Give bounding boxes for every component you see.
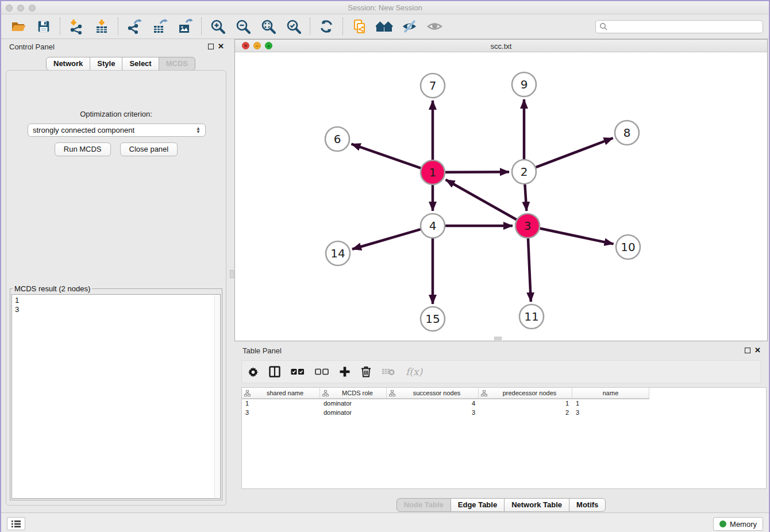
zoom-fit-icon[interactable] [260,18,277,35]
tab-select[interactable]: Select [122,57,159,71]
hierarchy-icon [481,390,487,396]
column-header-MCDS-role[interactable]: MCDS role [320,388,387,398]
memory-button[interactable]: Memory [713,517,763,531]
tab-network-table[interactable]: Network Table [504,498,569,512]
node-3[interactable]: 3 [515,214,540,238]
node-4[interactable]: 4 [421,214,445,238]
node-1[interactable]: 1 [421,160,445,184]
export-table-icon[interactable] [151,18,168,35]
column-header-name[interactable]: name [572,388,649,398]
show-all-networks-icon[interactable] [376,18,393,35]
edge-3-10[interactable] [540,229,614,244]
table-options-icon[interactable] [248,365,259,379]
export-network-icon[interactable] [126,18,143,35]
table-panel-title: Table Panel [242,346,282,355]
tab-network[interactable]: Network [46,57,90,71]
node-14[interactable]: 14 [326,241,350,265]
mcds-result-title: MCDS result (2 nodes) [13,284,92,293]
edge-3-11[interactable] [528,238,531,302]
run-mcds-button[interactable]: Run MCDS [55,142,111,156]
zoom-in-icon[interactable] [209,18,226,35]
table-cell[interactable]: 4 [387,399,479,408]
table-row[interactable]: 3dominator323 [242,408,766,418]
memory-label: Memory [730,520,757,529]
float-panel-icon[interactable] [208,44,214,49]
network-hscrollbar-thumb[interactable] [494,337,502,340]
result-scrollbar[interactable] [214,295,220,498]
table-cell[interactable]: 2 [479,408,572,418]
open-session-icon[interactable] [10,18,27,35]
table-cell[interactable]: 1 [572,399,649,408]
tab-node-table[interactable]: Node Table [396,498,451,512]
node-6[interactable]: 6 [325,127,349,151]
dropdown-stepper-icon: ▲▼ [196,127,201,134]
window-title: Session: New Session [1,3,769,12]
deselect-all-icon[interactable] [315,365,329,379]
edge-2-3[interactable] [525,184,526,211]
hide-graphics-details-icon[interactable] [401,18,418,35]
save-session-icon[interactable] [35,18,52,35]
select-all-icon[interactable] [291,365,305,379]
hierarchy-icon [389,390,395,396]
edge-3-1[interactable] [446,180,517,219]
toolbar-separator [60,18,60,35]
table-cell[interactable]: 3 [572,408,649,418]
table-cell[interactable]: 3 [242,408,320,418]
table-cell[interactable]: dominator [320,408,387,418]
table-cell[interactable]: 1 [479,399,572,408]
delete-row-icon[interactable] [361,365,371,379]
column-header-successor-nodes[interactable]: successor nodes [387,388,479,398]
node-11[interactable]: 11 [519,304,544,329]
table-cell[interactable]: dominator [320,399,387,408]
export-image-icon[interactable] [176,18,194,35]
node-table[interactable]: shared nameMCDS rolesuccessor nodesprede… [241,387,767,489]
table-row[interactable]: 1dominator411 [242,399,766,408]
column-header-shared-name[interactable]: shared name [242,388,320,398]
node-15[interactable]: 15 [421,307,445,331]
add-row-icon[interactable] [339,365,351,379]
edge-2-8[interactable] [536,138,613,167]
import-table-icon[interactable] [93,18,110,35]
optimization-criterion-dropdown[interactable]: strongly connected component ▲▼ [28,124,206,137]
search-input[interactable] [607,21,763,32]
window-titlebar: Session: New Session [1,1,769,14]
node-table-header: shared nameMCDS rolesuccessor nodesprede… [242,388,649,399]
zoom-selected-icon[interactable] [285,18,302,35]
node-8[interactable]: 8 [615,121,639,145]
refresh-layout-icon[interactable] [318,18,335,35]
column-header-predecessor-nodes[interactable]: predecessor nodes [479,388,572,398]
hierarchy-icon [322,390,329,396]
control-panel-header: Control Panel ✕ [1,39,231,55]
tab-motifs[interactable]: Motifs [569,498,606,512]
tab-style[interactable]: Style [90,57,122,71]
table-cell[interactable]: 1 [242,399,320,408]
control-panel-tabs: NetworkStyleSelectMCDS [46,57,195,71]
import-network-icon[interactable] [68,18,85,35]
close-panel-icon[interactable]: ✕ [218,42,224,51]
tab-mcds[interactable]: MCDS [159,57,195,71]
birds-eye-view-icon[interactable] [426,18,444,35]
zoom-out-icon[interactable] [234,18,252,35]
clone-network-icon[interactable] [351,18,368,35]
network-graph[interactable]: 7968124314101511 [235,52,767,341]
node-7[interactable]: 7 [421,74,445,98]
edge-1-2[interactable] [445,172,509,172]
tab-edge-table[interactable]: Edge Table [451,498,505,512]
table-cell[interactable]: 3 [387,408,479,418]
svg-text:4: 4 [429,219,437,233]
float-table-panel-icon[interactable] [745,348,750,353]
node-9[interactable]: 9 [512,72,536,97]
task-history-button[interactable] [7,517,25,530]
node-2[interactable]: 2 [512,160,536,184]
panel-splitter-handle[interactable] [230,270,234,278]
node-10[interactable]: 10 [616,235,640,259]
close-panel-button[interactable]: Close panel [120,142,178,156]
edge-1-6[interactable] [352,144,421,168]
table-panel-header: Table Panel ✕ [234,343,768,359]
network-canvas[interactable]: 7968124314101511 [235,52,767,341]
close-table-panel-icon[interactable]: ✕ [754,346,761,354]
edge-4-14[interactable] [352,229,421,249]
mcds-result-area[interactable]: 1 3 [11,294,221,499]
function-builder-icon: f(x) [406,365,422,379]
show-columns-icon[interactable] [269,365,280,379]
